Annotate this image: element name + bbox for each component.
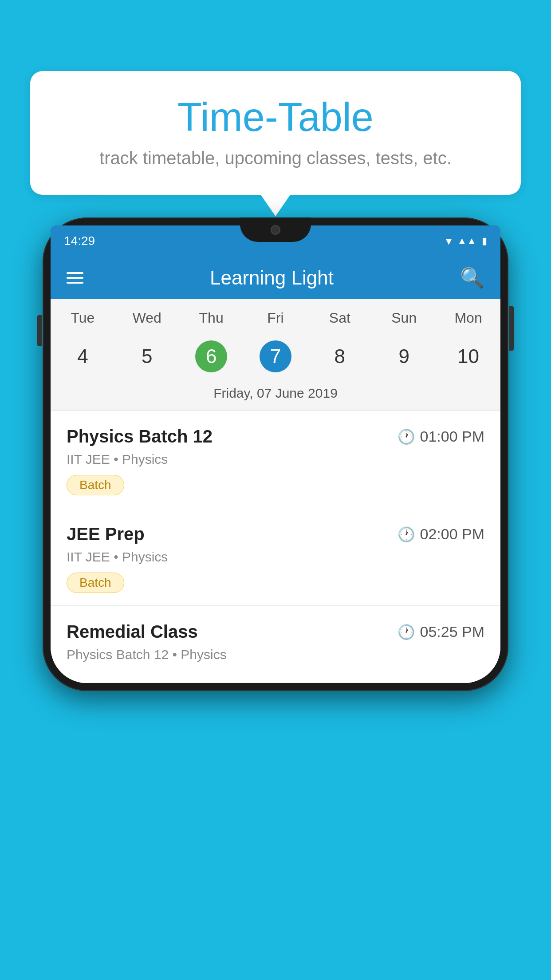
day-6-circle[interactable]: 6 xyxy=(195,340,227,372)
day-numbers: 4 5 6 7 8 9 10 xyxy=(51,330,500,381)
selected-date-label: Friday, 07 June 2019 xyxy=(51,381,500,410)
schedule-time-3: 🕐 05:25 PM xyxy=(398,623,484,640)
status-icons: ▾ ▲▲ ▮ xyxy=(446,234,487,248)
app-title: Learning Light xyxy=(210,267,334,289)
schedule-item-2-header: JEE Prep 🕐 02:00 PM xyxy=(67,524,484,544)
schedule-list: Physics Batch 12 🕐 01:00 PM IIT JEE • Ph… xyxy=(51,411,500,683)
app-header: Learning Light 🔍 xyxy=(51,257,500,299)
day-7[interactable]: 7 xyxy=(244,335,308,378)
day-4[interactable]: 4 xyxy=(51,340,115,373)
day-headers: Tue Wed Thu Fri Sat Sun Mon xyxy=(51,299,500,330)
schedule-item-1-header: Physics Batch 12 🕐 01:00 PM xyxy=(67,427,484,447)
day-7-circle[interactable]: 7 xyxy=(260,340,291,372)
hamburger-menu-icon[interactable] xyxy=(67,272,83,284)
calendar-section: Tue Wed Thu Fri Sat Sun Mon 4 5 6 7 xyxy=(51,299,500,410)
speech-bubble: Time-Table track timetable, upcoming cla… xyxy=(30,71,521,195)
status-time: 14:29 xyxy=(64,234,95,248)
day-header-wed: Wed xyxy=(115,310,179,326)
schedule-title-2: JEE Prep xyxy=(67,524,145,544)
day-header-tue: Tue xyxy=(51,310,115,326)
schedule-time-value-3: 05:25 PM xyxy=(420,623,484,640)
signal-icon: ▲▲ xyxy=(457,235,476,247)
schedule-time-1: 🕐 01:00 PM xyxy=(398,428,484,445)
schedule-item-2[interactable]: JEE Prep 🕐 02:00 PM IIT JEE • Physics Ba… xyxy=(51,508,500,606)
schedule-item-1[interactable]: Physics Batch 12 🕐 01:00 PM IIT JEE • Ph… xyxy=(51,411,500,508)
clock-icon-1: 🕐 xyxy=(398,428,415,445)
schedule-subtitle-3: Physics Batch 12 • Physics xyxy=(67,647,484,662)
bubble-title: Time-Table xyxy=(57,95,494,139)
status-bar: 14:29 ▾ ▲▲ ▮ xyxy=(51,225,500,257)
notch xyxy=(240,217,311,242)
schedule-subtitle-2: IIT JEE • Physics xyxy=(67,549,484,565)
battery-icon: ▮ xyxy=(482,235,487,247)
phone-frame: 14:29 ▾ ▲▲ ▮ Learning Light 🔍 xyxy=(43,217,508,691)
batch-badge-1: Batch xyxy=(67,475,124,495)
batch-badge-2: Batch xyxy=(67,573,124,593)
day-header-fri: Fri xyxy=(244,310,308,326)
volume-button xyxy=(37,315,42,346)
day-header-sun: Sun xyxy=(372,310,436,326)
schedule-time-value-1: 01:00 PM xyxy=(420,428,484,445)
schedule-title-1: Physics Batch 12 xyxy=(67,427,213,447)
day-9[interactable]: 9 xyxy=(372,340,436,373)
schedule-subtitle-1: IIT JEE • Physics xyxy=(67,452,484,467)
schedule-item-3[interactable]: Remedial Class 🕐 05:25 PM Physics Batch … xyxy=(51,606,500,683)
day-10[interactable]: 10 xyxy=(436,340,500,373)
day-5[interactable]: 5 xyxy=(115,340,179,373)
camera xyxy=(271,225,280,235)
day-header-sat: Sat xyxy=(307,310,372,326)
schedule-time-2: 🕐 02:00 PM xyxy=(398,526,484,543)
clock-icon-2: 🕐 xyxy=(398,526,415,543)
day-6[interactable]: 6 xyxy=(179,335,244,378)
bubble-subtitle: track timetable, upcoming classes, tests… xyxy=(57,148,494,168)
schedule-item-3-header: Remedial Class 🕐 05:25 PM xyxy=(67,622,484,642)
clock-icon-3: 🕐 xyxy=(398,624,415,640)
app-screen: Learning Light 🔍 Tue Wed Thu Fri Sat Sun… xyxy=(51,257,500,683)
day-8[interactable]: 8 xyxy=(307,340,372,373)
schedule-time-value-2: 02:00 PM xyxy=(420,526,484,543)
search-icon[interactable]: 🔍 xyxy=(460,266,484,289)
wifi-icon: ▾ xyxy=(446,234,452,248)
phone-wrapper: 14:29 ▾ ▲▲ ▮ Learning Light 🔍 xyxy=(43,217,508,691)
power-button xyxy=(509,306,514,351)
schedule-title-3: Remedial Class xyxy=(67,622,198,642)
day-header-mon: Mon xyxy=(436,310,500,326)
day-header-thu: Thu xyxy=(179,310,244,326)
